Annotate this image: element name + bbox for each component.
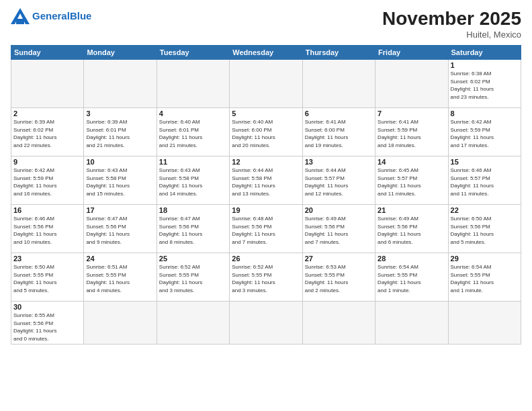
day-number: 13 xyxy=(305,158,373,166)
calendar-cell: 11Sunrise: 6:43 AM Sunset: 5:58 PM Dayli… xyxy=(157,156,229,205)
calendar-cell: 10Sunrise: 6:43 AM Sunset: 5:58 PM Dayli… xyxy=(84,156,157,205)
logo: GeneralBlue xyxy=(11,8,91,24)
logo-blue: Blue xyxy=(70,10,92,21)
calendar-cell: 17Sunrise: 6:47 AM Sunset: 5:56 PM Dayli… xyxy=(84,205,157,253)
calendar-cell xyxy=(375,60,448,108)
logo-icon xyxy=(11,8,30,24)
calendar-cell: 14Sunrise: 6:45 AM Sunset: 5:57 PM Dayli… xyxy=(375,156,448,205)
day-number: 22 xyxy=(451,206,519,214)
day-number: 3 xyxy=(86,109,154,118)
calendar-cell: 13Sunrise: 6:44 AM Sunset: 5:57 PM Dayli… xyxy=(302,156,375,205)
day-number: 23 xyxy=(13,255,81,263)
calendar-cell xyxy=(230,60,302,108)
calendar-cell xyxy=(157,60,229,108)
month-year: November 2025 xyxy=(382,8,521,30)
day-info: Sunrise: 6:51 AM Sunset: 5:55 PM Dayligh… xyxy=(86,263,154,294)
calendar-cell: 23Sunrise: 6:50 AM Sunset: 5:55 PM Dayli… xyxy=(11,253,84,302)
day-number: 29 xyxy=(451,255,519,263)
day-number: 28 xyxy=(378,255,445,263)
day-number: 8 xyxy=(451,109,519,118)
calendar-cell xyxy=(11,60,84,108)
calendar-cell: 16Sunrise: 6:46 AM Sunset: 5:56 PM Dayli… xyxy=(11,205,84,253)
day-info: Sunrise: 6:48 AM Sunset: 5:56 PM Dayligh… xyxy=(232,215,300,246)
day-number: 14 xyxy=(378,158,445,166)
calendar-cell: 27Sunrise: 6:53 AM Sunset: 5:55 PM Dayli… xyxy=(302,253,375,302)
weekday-header-thursday: Thursday xyxy=(302,46,375,60)
day-number: 30 xyxy=(13,303,81,311)
day-info: Sunrise: 6:50 AM Sunset: 5:56 PM Dayligh… xyxy=(451,215,519,246)
day-number: 17 xyxy=(86,206,154,214)
day-info: Sunrise: 6:49 AM Sunset: 5:56 PM Dayligh… xyxy=(305,215,373,246)
calendar-cell: 24Sunrise: 6:51 AM Sunset: 5:55 PM Dayli… xyxy=(84,253,157,302)
calendar-cell xyxy=(157,302,229,345)
day-info: Sunrise: 6:54 AM Sunset: 5:55 PM Dayligh… xyxy=(378,263,445,294)
calendar-cell: 7Sunrise: 6:41 AM Sunset: 5:59 PM Daylig… xyxy=(375,108,448,156)
day-info: Sunrise: 6:47 AM Sunset: 5:56 PM Dayligh… xyxy=(159,215,227,246)
calendar-cell: 12Sunrise: 6:44 AM Sunset: 5:58 PM Dayli… xyxy=(230,156,302,205)
calendar-cell: 8Sunrise: 6:42 AM Sunset: 5:59 PM Daylig… xyxy=(448,108,521,156)
day-info: Sunrise: 6:50 AM Sunset: 5:55 PM Dayligh… xyxy=(13,263,81,294)
calendar-cell: 2Sunrise: 6:39 AM Sunset: 6:02 PM Daylig… xyxy=(11,108,84,156)
day-info: Sunrise: 6:41 AM Sunset: 6:00 PM Dayligh… xyxy=(305,118,373,149)
day-number: 2 xyxy=(13,109,81,118)
calendar-week-row: 30Sunrise: 6:55 AM Sunset: 5:56 PM Dayli… xyxy=(11,302,521,345)
day-info: Sunrise: 6:40 AM Sunset: 6:00 PM Dayligh… xyxy=(232,118,300,149)
calendar-cell: 6Sunrise: 6:41 AM Sunset: 6:00 PM Daylig… xyxy=(302,108,375,156)
logo-text: GeneralBlue xyxy=(32,11,91,22)
day-number: 15 xyxy=(451,158,519,166)
calendar-cell xyxy=(448,302,521,345)
day-number: 26 xyxy=(232,255,300,263)
day-info: Sunrise: 6:54 AM Sunset: 5:55 PM Dayligh… xyxy=(451,263,519,294)
day-info: Sunrise: 6:42 AM Sunset: 5:59 PM Dayligh… xyxy=(13,167,81,197)
day-info: Sunrise: 6:53 AM Sunset: 5:55 PM Dayligh… xyxy=(305,263,373,294)
logo-general: General xyxy=(32,10,70,21)
calendar-week-row: 1Sunrise: 6:38 AM Sunset: 6:02 PM Daylig… xyxy=(11,60,521,108)
calendar-cell: 22Sunrise: 6:50 AM Sunset: 5:56 PM Dayli… xyxy=(448,205,521,253)
day-info: Sunrise: 6:52 AM Sunset: 5:55 PM Dayligh… xyxy=(159,263,227,294)
day-info: Sunrise: 6:49 AM Sunset: 5:56 PM Dayligh… xyxy=(378,215,445,246)
calendar-cell: 25Sunrise: 6:52 AM Sunset: 5:55 PM Dayli… xyxy=(157,253,229,302)
svg-rect-2 xyxy=(16,19,24,24)
weekday-header-monday: Monday xyxy=(84,46,157,60)
day-number: 21 xyxy=(378,206,445,214)
calendar-cell xyxy=(375,302,448,345)
day-number: 1 xyxy=(451,61,519,69)
calendar-cell: 30Sunrise: 6:55 AM Sunset: 5:56 PM Dayli… xyxy=(11,302,84,345)
day-number: 24 xyxy=(86,255,154,263)
weekday-header-sunday: Sunday xyxy=(11,46,84,60)
calendar-cell xyxy=(230,302,302,345)
day-info: Sunrise: 6:41 AM Sunset: 5:59 PM Dayligh… xyxy=(378,118,445,149)
calendar-week-row: 16Sunrise: 6:46 AM Sunset: 5:56 PM Dayli… xyxy=(11,205,521,253)
day-number: 20 xyxy=(305,206,373,214)
day-number: 4 xyxy=(159,109,227,118)
location: Huitel, Mexico xyxy=(382,30,521,40)
day-number: 7 xyxy=(378,109,445,118)
day-info: Sunrise: 6:40 AM Sunset: 6:01 PM Dayligh… xyxy=(159,118,227,149)
calendar-cell: 26Sunrise: 6:52 AM Sunset: 5:55 PM Dayli… xyxy=(230,253,302,302)
day-info: Sunrise: 6:38 AM Sunset: 6:02 PM Dayligh… xyxy=(451,70,519,101)
calendar-cell: 21Sunrise: 6:49 AM Sunset: 5:56 PM Dayli… xyxy=(375,205,448,253)
day-info: Sunrise: 6:44 AM Sunset: 5:57 PM Dayligh… xyxy=(305,167,373,197)
day-info: Sunrise: 6:43 AM Sunset: 5:58 PM Dayligh… xyxy=(86,167,154,197)
header: GeneralBlue November 2025 Huitel, Mexico xyxy=(11,8,521,40)
day-number: 10 xyxy=(86,158,154,166)
day-number: 12 xyxy=(232,158,300,166)
day-number: 9 xyxy=(13,158,81,166)
calendar-cell: 5Sunrise: 6:40 AM Sunset: 6:00 PM Daylig… xyxy=(230,108,302,156)
calendar-cell xyxy=(302,302,375,345)
day-info: Sunrise: 6:39 AM Sunset: 6:02 PM Dayligh… xyxy=(13,118,81,149)
day-info: Sunrise: 6:46 AM Sunset: 5:57 PM Dayligh… xyxy=(451,167,519,197)
page: GeneralBlue November 2025 Huitel, Mexico… xyxy=(0,0,532,411)
calendar-cell: 4Sunrise: 6:40 AM Sunset: 6:01 PM Daylig… xyxy=(157,108,229,156)
day-number: 25 xyxy=(159,255,227,263)
day-info: Sunrise: 6:55 AM Sunset: 5:56 PM Dayligh… xyxy=(13,312,81,342)
calendar-week-row: 9Sunrise: 6:42 AM Sunset: 5:59 PM Daylig… xyxy=(11,156,521,205)
calendar-cell: 28Sunrise: 6:54 AM Sunset: 5:55 PM Dayli… xyxy=(375,253,448,302)
day-number: 5 xyxy=(232,109,300,118)
day-number: 19 xyxy=(232,206,300,214)
weekday-header-saturday: Saturday xyxy=(448,46,521,60)
calendar-cell: 20Sunrise: 6:49 AM Sunset: 5:56 PM Dayli… xyxy=(302,205,375,253)
calendar-table: SundayMondayTuesdayWednesdayThursdayFrid… xyxy=(11,45,521,345)
day-info: Sunrise: 6:42 AM Sunset: 5:59 PM Dayligh… xyxy=(451,118,519,149)
calendar-cell: 18Sunrise: 6:47 AM Sunset: 5:56 PM Dayli… xyxy=(157,205,229,253)
